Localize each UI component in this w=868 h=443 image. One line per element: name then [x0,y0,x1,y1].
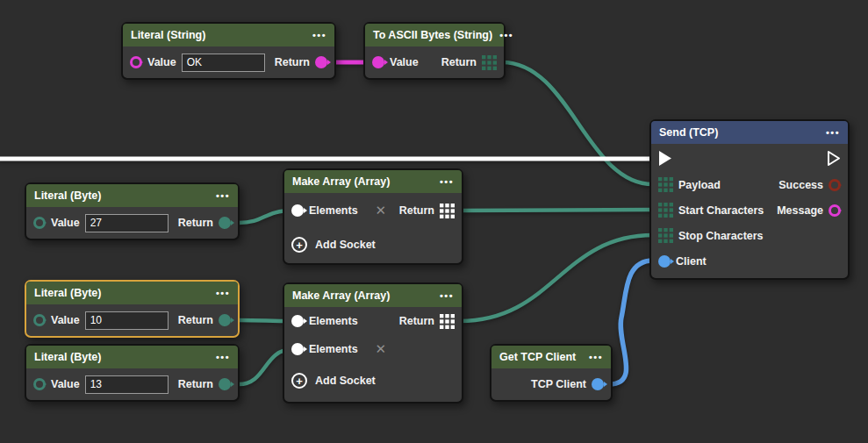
elements-label: Elements [309,204,358,217]
wire-ascii-to-payload[interactable] [502,62,653,184]
message-output-socket[interactable] [829,204,841,217]
return-label: Return [441,56,477,68]
add-socket-button[interactable]: + Add Socket [291,237,376,253]
value-input-socket[interactable] [33,217,46,229]
value-label: Value [51,378,80,390]
value-label: Value [51,314,80,326]
node-header[interactable]: Make Array (Array) ••• [284,170,462,193]
elements-input-socket[interactable] [291,204,304,217]
remove-socket-icon[interactable]: ✕ [376,341,387,357]
success-label: Success [778,179,823,191]
startchars-label: Start Characters [678,204,764,217]
add-socket-label: Add Socket [315,375,376,387]
node-header[interactable]: Send (TCP) ••• [651,121,848,144]
node-menu-icon[interactable]: ••• [312,30,326,40]
node-make-array-1[interactable]: Make Array (Array) ••• Elements ✕ Return… [283,168,463,265]
return-output-socket[interactable] [219,314,231,326]
node-make-array-2[interactable]: Make Array (Array) ••• Elements Return E… [283,282,463,404]
tcp-client-label: TCP Client [531,378,586,390]
payload-label: Payload [678,179,721,191]
node-menu-icon[interactable]: ••• [216,352,230,362]
stopchars-array-socket[interactable] [658,228,673,243]
value-input-socket[interactable] [33,314,46,326]
node-to-ascii-bytes[interactable]: To ASCII Bytes (String) ••• Value Return [363,22,506,80]
return-output-socket[interactable] [219,378,231,390]
node-menu-icon[interactable]: ••• [499,30,513,40]
client-input-socket[interactable] [658,255,671,268]
node-send-tcp[interactable]: Send (TCP) ••• Payload Success [649,119,850,280]
add-icon: + [291,237,307,253]
value-label: Value [390,56,419,68]
success-output-socket[interactable] [829,179,841,191]
node-literal-byte-10[interactable]: Literal (Byte) ••• Value Return [25,280,240,338]
exec-input-socket[interactable] [658,150,672,167]
message-label: Message [777,204,823,217]
node-menu-icon[interactable]: ••• [216,288,230,298]
node-literal-byte-27[interactable]: Literal (Byte) ••• Value Return [25,182,240,240]
wire-client[interactable] [609,261,653,384]
node-header[interactable]: Literal (Byte) ••• [26,282,238,304]
value-field[interactable] [85,375,169,394]
wire-array1-to-startchars[interactable] [460,210,653,211]
add-socket-label: Add Socket [315,239,376,251]
node-get-tcp-client[interactable]: Get TCP Client ••• TCP Client [490,344,613,402]
remove-socket-icon[interactable]: ✕ [376,203,387,218]
value-input-socket[interactable] [372,56,384,68]
add-icon: + [291,373,307,389]
return-output-socket[interactable] [315,56,327,68]
node-title: Literal (Byte) [34,351,101,363]
node-title: Make Array (Array) [292,289,390,302]
add-socket-button[interactable]: + Add Socket [291,373,376,389]
node-title: Get TCP Client [499,351,576,363]
return-label: Return [178,314,213,326]
return-output-socket[interactable] [219,217,231,229]
node-title: Make Array (Array) [292,175,390,188]
node-literal-string[interactable]: Literal (String) ••• Value Return [121,22,336,80]
payload-array-socket[interactable] [658,177,673,192]
node-menu-icon[interactable]: ••• [826,127,840,138]
value-label: Value [147,56,176,68]
tcp-client-output-socket[interactable] [592,378,604,390]
node-header[interactable]: To ASCII Bytes (String) ••• [365,24,504,46]
value-field[interactable] [182,54,265,72]
node-header[interactable]: Literal (Byte) ••• [26,346,238,368]
node-header[interactable]: Literal (String) ••• [123,24,334,46]
node-title: Literal (Byte) [34,287,101,299]
node-header[interactable]: Get TCP Client ••• [491,346,611,368]
stopchars-label: Stop Characters [678,230,764,242]
node-header[interactable]: Literal (Byte) ••• [26,184,238,207]
node-title: Literal (String) [131,29,205,41]
elements-label: Elements [309,315,358,327]
node-title: Send (TCP) [659,126,718,139]
return-array-socket[interactable] [482,55,497,70]
return-label: Return [178,378,213,390]
node-menu-icon[interactable]: ••• [216,190,230,201]
value-field[interactable] [85,214,169,232]
value-input-socket[interactable] [130,56,142,68]
node-header[interactable]: Make Array (Array) ••• [284,284,462,307]
exec-output-socket[interactable] [827,150,841,167]
value-field[interactable] [85,311,169,330]
return-array-socket[interactable] [440,314,455,329]
elements2-label: Elements [309,343,358,355]
node-editor-canvas[interactable]: Literal (String) ••• Value Return To ASC… [0,0,868,443]
node-menu-icon[interactable]: ••• [440,290,454,301]
return-label: Return [399,315,434,327]
node-title: To ASCII Bytes (String) [373,29,492,41]
value-label: Value [51,217,80,229]
startchars-array-socket[interactable] [658,203,673,218]
value-input-socket[interactable] [33,378,46,390]
client-label: Client [676,255,707,268]
return-label: Return [275,56,310,68]
node-literal-byte-13[interactable]: Literal (Byte) ••• Value Return [25,344,240,402]
return-label: Return [399,204,434,217]
return-label: Return [178,217,213,229]
node-menu-icon[interactable]: ••• [440,176,454,187]
elements-input-socket[interactable] [291,315,304,327]
node-menu-icon[interactable]: ••• [589,352,603,362]
node-title: Literal (Byte) [34,189,101,202]
return-array-socket[interactable] [440,204,455,218]
elements2-input-socket[interactable] [291,343,304,355]
